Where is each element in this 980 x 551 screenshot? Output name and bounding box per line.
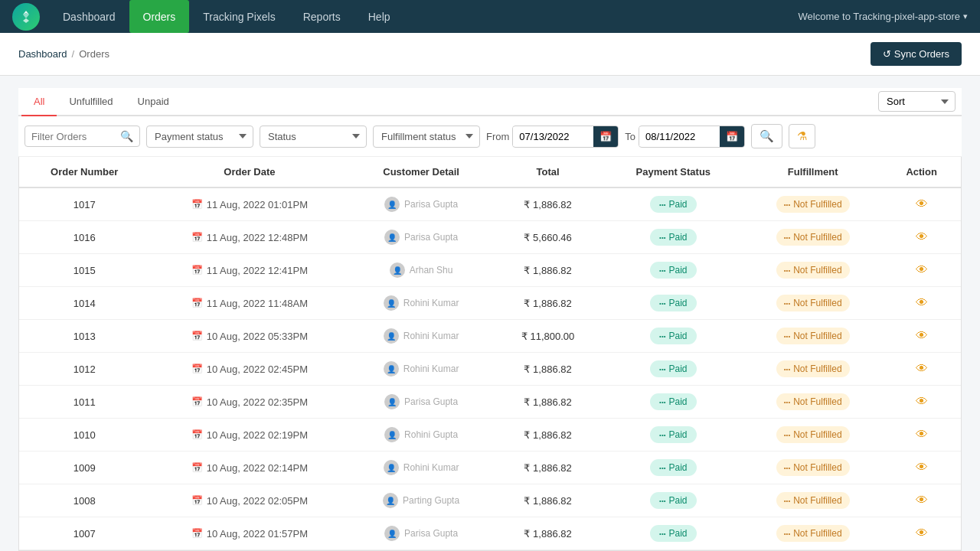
view-order-button[interactable]: 👁 xyxy=(916,395,928,408)
calendar-icon: 📅 xyxy=(191,396,203,407)
unfulfilled-badge: Not Fulfilled xyxy=(776,426,850,443)
col-total: Total xyxy=(493,157,603,187)
fulfillment-cell: Not Fulfilled xyxy=(743,484,882,517)
customer-avatar: 👤 xyxy=(384,460,399,475)
nav-item-dashboard[interactable]: Dashboard xyxy=(49,0,129,33)
navbar: Dashboard Orders Tracking Pixels Reports… xyxy=(0,0,980,33)
payment-status-select[interactable]: Payment status Paid Unpaid Pending xyxy=(146,126,253,148)
order-date-cell: 📅 10 Aug, 2022 02:05PM xyxy=(149,484,349,517)
nav-item-help[interactable]: Help xyxy=(354,0,404,33)
total-cell: ₹ 11,800.00 xyxy=(493,320,603,353)
app-logo xyxy=(12,3,40,31)
calendar-icon: 📅 xyxy=(191,495,203,506)
table-row: 1012 📅 10 Aug, 2022 02:45PM 👤 Rohini Kum… xyxy=(19,353,961,386)
fulfillment-cell: Not Fulfilled xyxy=(743,419,882,452)
main-content: All Unfulfilled Unpaid Sort Date Asc Dat… xyxy=(0,76,980,551)
order-number-cell: 1009 xyxy=(19,452,149,484)
table-row: 1011 📅 10 Aug, 2022 02:35PM 👤 Parisa Gup… xyxy=(19,386,961,419)
paid-badge: Paid xyxy=(650,426,696,443)
tab-unpaid[interactable]: Unpaid xyxy=(126,88,181,116)
action-cell: 👁 xyxy=(882,221,961,254)
fulfillment-cell: Not Fulfilled xyxy=(743,254,882,287)
total-cell: ₹ 1,886.82 xyxy=(493,254,603,287)
breadcrumb-home[interactable]: Dashboard xyxy=(18,48,67,60)
unfulfilled-badge: Not Fulfilled xyxy=(776,393,850,410)
order-date-cell: 📅 10 Aug, 2022 05:33PM xyxy=(149,320,349,353)
breadcrumb-bar: Dashboard / Orders ↺ Sync Orders xyxy=(0,33,980,76)
view-order-button[interactable]: 👁 xyxy=(916,197,928,210)
to-date-calendar-button[interactable]: 📅 xyxy=(720,126,744,147)
action-cell: 👁 xyxy=(882,419,961,452)
sort-select[interactable]: Sort Date Asc Date Desc Total Asc Total … xyxy=(878,91,956,112)
tab-all[interactable]: All xyxy=(21,88,57,116)
payment-status-cell: Paid xyxy=(603,419,744,452)
order-date-cell: 📅 11 Aug, 2022 12:41PM xyxy=(149,254,349,287)
paid-badge: Paid xyxy=(650,295,696,311)
date-text: 11 Aug, 2022 01:01PM xyxy=(207,199,308,210)
sync-orders-button[interactable]: ↺ Sync Orders xyxy=(871,42,962,66)
customer-detail-cell: 👤 Rohini Kumar xyxy=(350,353,493,386)
col-payment-status: Payment Status xyxy=(603,157,744,187)
view-order-button[interactable]: 👁 xyxy=(916,329,928,342)
total-cell: ₹ 1,886.82 xyxy=(493,452,603,484)
customer-detail-cell: 👤 Rohini Kumar xyxy=(350,320,493,353)
customer-avatar: 👤 xyxy=(384,427,400,442)
customer-avatar: 👤 xyxy=(384,230,400,245)
col-customer-detail: Customer Detail xyxy=(350,157,493,187)
view-order-button[interactable]: 👁 xyxy=(916,428,928,441)
payment-status-cell: Paid xyxy=(603,353,744,386)
nav-item-reports[interactable]: Reports xyxy=(289,0,354,33)
customer-detail-cell: 👤 Parisa Gupta xyxy=(350,386,493,419)
action-cell: 👁 xyxy=(882,254,961,287)
search-filter-button[interactable]: 🔍 xyxy=(751,124,782,148)
view-order-button[interactable]: 👁 xyxy=(916,527,928,540)
view-order-button[interactable]: 👁 xyxy=(916,461,928,474)
orders-table-wrap: Order Number Order Date Customer Detail … xyxy=(18,157,962,551)
view-order-button[interactable]: 👁 xyxy=(916,296,928,309)
view-order-button[interactable]: 👁 xyxy=(916,263,928,276)
to-label: To xyxy=(625,131,635,142)
to-date-input[interactable] xyxy=(639,127,720,146)
order-date-cell: 📅 10 Aug, 2022 02:19PM xyxy=(149,419,349,452)
paid-badge: Paid xyxy=(650,393,696,410)
order-date-cell: 📅 10 Aug, 2022 02:14PM xyxy=(149,452,349,484)
filter-clear-button[interactable]: ⚗ xyxy=(789,124,815,148)
to-date-wrap: 📅 xyxy=(639,126,745,148)
to-date-group: To 📅 xyxy=(625,126,745,148)
breadcrumb-separator: / xyxy=(72,48,75,60)
calendar-icon: 📅 xyxy=(191,528,203,539)
orders-table: Order Number Order Date Customer Detail … xyxy=(19,157,961,550)
from-date-group: From 📅 xyxy=(486,126,619,148)
filter-search-icon: 🔍 xyxy=(120,130,133,142)
payment-status-cell: Paid xyxy=(603,221,744,254)
view-order-button[interactable]: 👁 xyxy=(916,230,928,243)
filter-orders-input[interactable] xyxy=(31,131,116,142)
nav-item-orders[interactable]: Orders xyxy=(129,0,190,33)
from-date-input[interactable] xyxy=(513,127,593,146)
customer-detail-cell: 👤 Arhan Shu xyxy=(350,254,493,287)
date-text: 10 Aug, 2022 05:33PM xyxy=(207,331,308,342)
table-row: 1009 📅 10 Aug, 2022 02:14PM 👤 Rohini Kum… xyxy=(19,452,961,484)
order-number-cell: 1017 xyxy=(19,187,149,221)
sort-wrapper: Sort Date Asc Date Desc Total Asc Total … xyxy=(878,91,962,112)
date-text: 11 Aug, 2022 12:48PM xyxy=(207,232,308,243)
action-cell: 👁 xyxy=(882,187,961,221)
order-date-cell: 📅 10 Aug, 2022 02:45PM xyxy=(149,353,349,386)
payment-status-cell: Paid xyxy=(603,517,744,550)
calendar-icon: 📅 xyxy=(191,429,203,440)
from-date-calendar-button[interactable]: 📅 xyxy=(593,126,618,147)
status-select[interactable]: Status Active Inactive xyxy=(260,126,367,148)
filter-row: 🔍 Payment status Paid Unpaid Pending Sta… xyxy=(18,116,962,157)
unfulfilled-badge: Not Fulfilled xyxy=(776,492,850,509)
calendar-icon: 📅 xyxy=(191,199,203,210)
view-order-button[interactable]: 👁 xyxy=(916,362,928,375)
table-row: 1010 📅 10 Aug, 2022 02:19PM 👤 Rohini Gup… xyxy=(19,419,961,452)
navbar-chevron[interactable]: ▾ xyxy=(963,11,968,21)
tab-unfulfilled[interactable]: Unfulfilled xyxy=(57,88,125,116)
nav-item-tracking-pixels[interactable]: Tracking Pixels xyxy=(189,0,289,33)
fulfillment-status-select[interactable]: Fulfillment status Fulfilled Not Fulfill… xyxy=(373,126,480,148)
view-order-button[interactable]: 👁 xyxy=(916,494,928,507)
customer-avatar: 👤 xyxy=(384,328,399,344)
total-cell: ₹ 1,886.82 xyxy=(493,287,603,320)
fulfillment-cell: Not Fulfilled xyxy=(743,320,882,353)
